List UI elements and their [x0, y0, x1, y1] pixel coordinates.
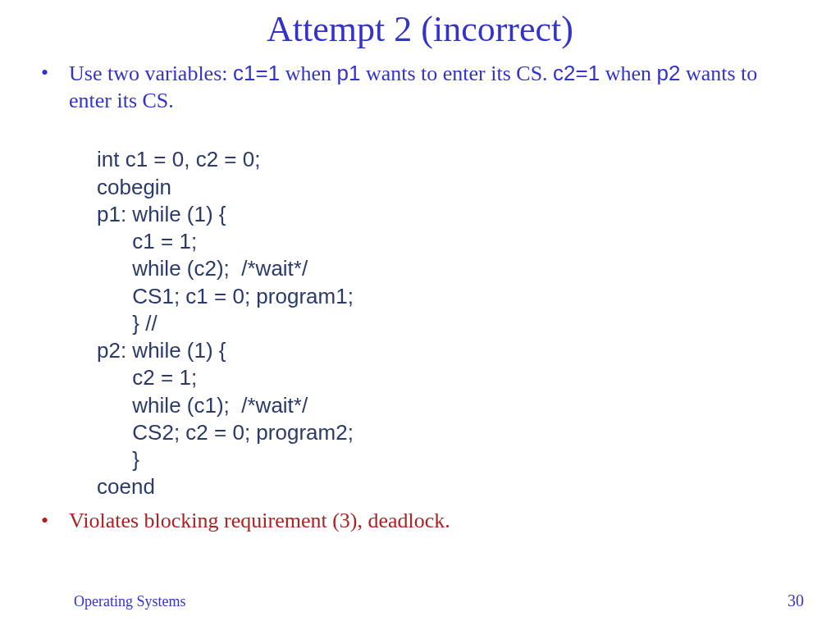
- code-line: int c1 = 0, c2 = 0;: [97, 147, 260, 171]
- bullet-marker: •: [41, 508, 69, 535]
- code-line: } //: [97, 311, 158, 336]
- bullet-item-2: • Violates blocking requirement (3), dea…: [41, 508, 799, 535]
- slide-content: • Use two variables: c1=1 when p1 wants …: [0, 50, 840, 534]
- code-inline: p2: [657, 61, 681, 85]
- code-line: p2: while (1) {: [97, 338, 226, 363]
- page-number: 30: [788, 591, 804, 610]
- code-inline: c1=1: [233, 61, 280, 85]
- code-line: CS1; c1 = 0; program1;: [97, 284, 354, 308]
- code-line: while (c2); /*wait*/: [97, 256, 308, 281]
- code-line: }: [97, 447, 139, 472]
- code-line: c1 = 1;: [97, 229, 197, 253]
- text-segment: when: [600, 62, 656, 85]
- code-line: cobegin: [97, 175, 171, 199]
- bullet-marker: •: [41, 60, 69, 87]
- code-line: c2 = 1;: [97, 365, 197, 390]
- text-segment: wants to enter its CS.: [360, 62, 553, 85]
- code-inline: p1: [336, 61, 360, 85]
- slide-title: Attempt 2 (incorrect): [0, 0, 840, 50]
- code-line: p1: while (1) {: [97, 202, 226, 226]
- code-line: CS2; c2 = 0; program2;: [97, 420, 354, 445]
- bullet-text-2: Violates blocking requirement (3), deadl…: [69, 508, 450, 535]
- code-line: coend: [97, 474, 155, 499]
- text-segment: when: [280, 62, 336, 85]
- bullet-text-1: Use two variables: c1=1 when p1 wants to…: [69, 60, 799, 114]
- code-inline: c2=1: [553, 61, 600, 85]
- text-segment: Use two variables:: [69, 62, 233, 85]
- code-line: while (c1); /*wait*/: [97, 393, 308, 418]
- footer-label: Operating Systems: [74, 593, 186, 610]
- bullet-item-1: • Use two variables: c1=1 when p1 wants …: [41, 60, 799, 114]
- code-block: int c1 = 0, c2 = 0; cobegin p1: while (1…: [97, 119, 799, 501]
